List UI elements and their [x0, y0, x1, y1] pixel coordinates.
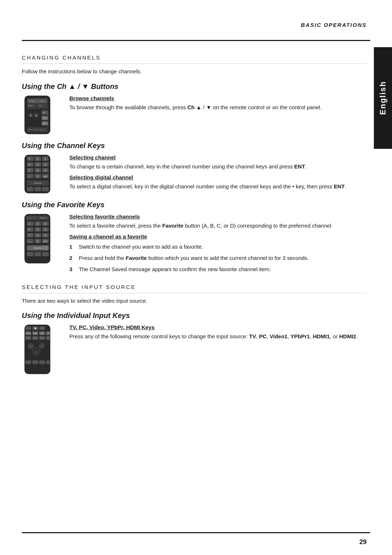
channel-remote-image: 1 2 3 4 5 6: [22, 154, 64, 194]
favorite-keys-text-block: Selecting favorite channels To select a …: [69, 213, 367, 277]
svg-rect-61: [27, 227, 33, 232]
list-item-3-text: The Channel Saved message appears to con…: [79, 265, 271, 273]
favorite-keys-content-row: A B C D Favorite 1 2 3 4: [22, 213, 367, 277]
svg-text:PC: PC: [39, 105, 42, 107]
favorite-remote-image: A B C D Favorite 1 2 3 4: [22, 213, 64, 264]
selecting-favorite-heading: Selecting favorite channels: [69, 213, 367, 220]
channel-keys-title: Using the Channel Keys: [22, 142, 367, 150]
changing-channels-heading: CHANGING CHANNELS: [22, 54, 367, 61]
svg-text:YPbPr2: YPbPr2: [26, 338, 30, 339]
svg-rect-82: [34, 252, 41, 256]
svg-text:6: 6: [45, 228, 46, 230]
svg-rect-81: [27, 252, 33, 256]
svg-text:YPbPr1: YPbPr1: [26, 333, 30, 334]
svg-rect-40: [27, 174, 33, 178]
svg-text:HDMI: HDMI: [34, 338, 37, 339]
list-item-2: 2 Press and hold the Favorite button whi…: [69, 254, 367, 262]
individual-input-text-block: TV, PC, Video, YPbPr, HDMI Keys Press an…: [69, 324, 367, 340]
svg-text:4: 4: [29, 228, 30, 230]
selecting-channel-heading: Selecting channel: [69, 154, 367, 160]
svg-text:5: 5: [37, 228, 38, 230]
selecting-digital-channel-text: To select a digital channel, key in the …: [69, 182, 367, 191]
svg-text:7: 7: [29, 234, 30, 236]
svg-text:Video2: Video2: [40, 338, 44, 339]
ch-buttons-content-row: YPbPr1 HDMI Video PC Vol Ch▲: [22, 95, 367, 135]
svg-text:Ⓦ: Ⓦ: [35, 351, 37, 353]
page-container: BASIC OPERATIONS English CHANGING CHANNE…: [0, 0, 392, 555]
ch-remote-image: YPbPr1 HDMI Video PC Vol Ch▲: [22, 95, 64, 135]
svg-rect-114: [39, 360, 45, 364]
svg-text:2: 2: [37, 222, 38, 225]
tv-pc-keys-heading: TV, PC, Video, YPbPr, HDMI Keys: [69, 324, 367, 330]
page-number: 29: [359, 538, 367, 546]
changing-channels-intro: Follow the instructions below to change …: [22, 68, 367, 76]
svg-rect-48: [27, 187, 33, 191]
svg-text:Video: Video: [28, 105, 33, 107]
bottom-border: [22, 532, 370, 533]
svg-text:HDMI: HDMI: [34, 333, 37, 334]
svg-text:HDMI: HDMI: [39, 100, 44, 102]
svg-rect-83: [42, 252, 49, 256]
svg-rect-115: [46, 360, 50, 364]
svg-rect-67: [27, 233, 33, 237]
language-tab-text: English: [378, 81, 388, 115]
list-item-3: 3 The Channel Saved message appears to c…: [69, 265, 367, 273]
list-item-1: 1 Switch to the channel you want to add …: [69, 242, 367, 251]
selecting-digital-channel-heading: Selecting digital channel: [69, 174, 367, 180]
svg-text:0: 0: [37, 175, 38, 177]
ch-remote-svg: YPbPr1 HDMI Video PC Vol Ch▲: [22, 95, 64, 135]
favorite-keys-subsection: Using the Favorite Keys A B C D Favorite: [22, 201, 367, 277]
individual-input-content-row: — ⬜ ▼ YPbPr1 HDMI Video: [22, 324, 367, 375]
svg-text:7: 7: [29, 169, 30, 171]
section-divider: [22, 64, 367, 64]
list-number-2: 2: [69, 254, 75, 262]
svg-text:Favorite: Favorite: [40, 217, 46, 219]
saving-favorite-heading: Saving a channel as a favorite: [69, 233, 367, 240]
svg-rect-84: [42, 245, 49, 250]
input-source-section: SELECTING THE INPUT SOURCE There are two…: [22, 284, 367, 375]
svg-text:4: 4: [29, 163, 30, 166]
channel-keys-subsection: Using the Channel Keys 1 2 3: [22, 142, 367, 194]
svg-text:▼: ▼: [41, 327, 43, 329]
svg-text:6: 6: [45, 163, 46, 166]
browse-channels-heading: Browse channels: [69, 95, 367, 101]
svg-rect-28: [27, 162, 33, 167]
individual-input-title-text: Using the Individual Input Keys: [22, 311, 130, 319]
svg-text:ENT: ENT: [44, 175, 48, 177]
selecting-favorite-text: To select a favorite channel, press the …: [69, 221, 367, 230]
svg-rect-73: [27, 239, 33, 243]
svg-text:•: •: [29, 175, 30, 177]
page-header: BASIC OPERATIONS: [301, 22, 367, 28]
svg-rect-50: [42, 187, 49, 191]
svg-rect-55: [27, 221, 33, 226]
channel-keys-content-row: 1 2 3 4 5 6: [22, 154, 367, 194]
svg-text:⏻: ⏻: [35, 114, 37, 116]
svg-text:5: 5: [37, 163, 38, 166]
selecting-channel-text: To change to a certain channel, key in t…: [69, 162, 367, 171]
svg-rect-22: [27, 156, 33, 161]
svg-text:Vol: Vol: [42, 111, 45, 114]
svg-rect-112: [25, 360, 31, 364]
favorite-remote-svg: A B C D Favorite 1 2 3 4: [22, 213, 64, 264]
svg-text:1: 1: [29, 222, 30, 225]
svg-text:PC: PC: [48, 338, 49, 339]
list-number-1: 1: [69, 242, 75, 251]
individual-input-subsection: Using the Individual Input Keys — ⬜: [22, 311, 367, 375]
channel-remote-svg: 1 2 3 4 5 6: [22, 154, 64, 194]
ch-buttons-title-text: Using the Ch ▲ / ▼ Buttons: [22, 82, 118, 90]
svg-point-109: [39, 343, 45, 349]
header-title: BASIC OPERATIONS: [301, 22, 367, 28]
svg-text:YPbPr1: YPbPr1: [29, 100, 35, 102]
top-border: [22, 40, 370, 41]
ch-buttons-subsection: Using the Ch ▲ / ▼ Buttons Y: [22, 82, 367, 135]
svg-rect-49: [34, 187, 41, 191]
svg-text:8: 8: [37, 169, 38, 171]
svg-text:9: 9: [45, 169, 46, 171]
svg-text:Video: Video: [41, 333, 44, 334]
channel-keys-title-text: Using the Channel Keys: [22, 142, 105, 150]
svg-text:3: 3: [45, 222, 46, 225]
svg-text:1: 1: [29, 157, 30, 160]
svg-text:Favorite: Favorite: [34, 182, 42, 184]
svg-text:Ch▲: Ch▲: [42, 117, 46, 119]
ch-buttons-text-block: Browse channels To browse through the av…: [69, 95, 367, 111]
